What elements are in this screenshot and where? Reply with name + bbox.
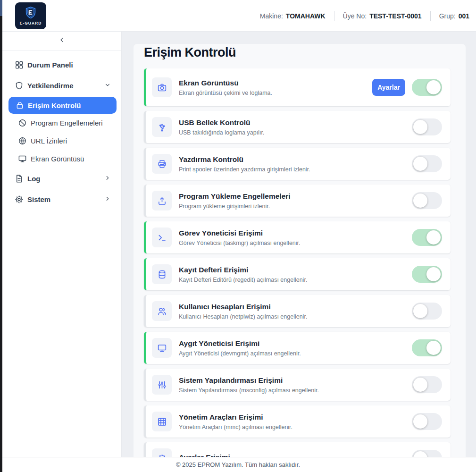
feature-card-yazdirma: Yazdırma Kontrolü Print spooler üzerinde… <box>144 148 451 180</box>
sidebar-item-yetkilendirme[interactable]: Yetkilendirme <box>2 76 121 94</box>
toggle-knob <box>413 378 427 392</box>
feature-card-kullanici-hesaplari: Kullanıcı Hesapları Erişimi Kullanıcı He… <box>144 295 451 327</box>
settings-button[interactable]: Ayarlar <box>372 79 405 96</box>
card-description: Görev Yöneticisi (taskmgr) açılması enge… <box>179 240 301 246</box>
toggle-switch[interactable] <box>412 413 442 430</box>
feature-card-kayit-defteri: Kayıt Defteri Erişimi Kayıt Defteri Edit… <box>144 258 451 290</box>
file-icon <box>15 174 24 183</box>
sidebar-item-durum-paneli[interactable]: Durum Paneli <box>2 56 121 74</box>
toggle-switch[interactable] <box>412 229 442 246</box>
sidebar-item-program-engellemeleri[interactable]: Program Engellemeleri <box>2 114 121 132</box>
card-title: Program Yükleme Engellemeleri <box>179 192 291 201</box>
toggle-switch[interactable] <box>412 118 442 135</box>
sidebar: Durum Paneli Yetkilendirme Erişim Kontro… <box>2 32 122 457</box>
group-label: Grup: <box>439 12 456 20</box>
toggle-switch[interactable] <box>412 266 442 283</box>
copyright-text: © 2025 EPROM Yazılım. Tüm hakları saklıd… <box>176 461 300 468</box>
sidebar-item-ekran-goruntusu[interactable]: Ekran Görüntüsü <box>2 150 121 168</box>
database-icon <box>152 264 172 284</box>
sidebar-item-erisim-kontrolu[interactable]: Erişim Kontrolü <box>8 97 117 114</box>
grid-icon <box>152 412 172 431</box>
card-title: Kullanıcı Hesapları Erişimi <box>179 303 307 311</box>
feature-card-program-yukleme: Program Yükleme Engellemeleri Program yü… <box>144 185 451 217</box>
top-header: E-GUARD Makine: TOMAHAWK Üye No: TEST-TE… <box>2 0 476 32</box>
sidebar-item-label: Program Engellemeleri <box>31 119 103 127</box>
card-title: Sistem Yapılandırması Erişimi <box>179 376 319 385</box>
page-title: Erişim Kontrolü <box>144 45 466 60</box>
chevron-left-icon <box>58 36 66 45</box>
feature-card-gorev-yoneticisi: Görev Yöneticisi Erişimi Görev Yöneticis… <box>144 221 451 253</box>
card-description: Print spooler üzerinden yazdırma girişim… <box>179 166 310 173</box>
sidebar-item-label: Erişim Kontrolü <box>28 101 81 110</box>
sidebar-item-sistem[interactable]: Sistem <box>2 190 121 208</box>
toggle-knob <box>413 304 427 318</box>
card-description: Ekran görüntüsü çekimi ve loglama. <box>179 90 272 96</box>
sidebar-item-label: Yetkilendirme <box>27 82 74 90</box>
card-title: USB Bellek Kontrolü <box>179 118 264 127</box>
sliders-icon <box>152 375 172 395</box>
card-description: Kullanıcı Hesapları (netplwiz) açılması … <box>179 313 307 320</box>
users-icon <box>152 301 172 321</box>
sidebar-collapse-button[interactable] <box>2 32 121 51</box>
toggle-knob <box>413 194 427 208</box>
chevron-right-icon <box>104 175 111 183</box>
toggle-switch[interactable] <box>412 339 442 356</box>
content-panel: Erişim Kontrolü Ekran Görüntüsü Ekran gö… <box>134 44 466 457</box>
shield-logo-icon <box>25 6 37 20</box>
feature-card-ekran-goruntusu: Ekran Görüntüsü Ekran görüntüsü çekimi v… <box>144 68 451 106</box>
camera-icon <box>152 77 172 97</box>
monitor-icon <box>152 338 172 358</box>
toggle-knob <box>413 451 427 457</box>
shield-icon <box>15 81 24 90</box>
divider <box>430 11 431 21</box>
feature-card-yonetim-araclari: Yönetim Araçları Erişimi Yönetim Araçlar… <box>144 405 451 438</box>
toggle-knob <box>413 414 427 429</box>
footer: © 2025 EPROM Yazılım. Tüm hakları saklıd… <box>0 457 476 472</box>
card-title: Yazdırma Kontrolü <box>179 155 310 164</box>
app-logo: E-GUARD <box>15 2 46 29</box>
divider <box>334 11 334 21</box>
card-title: Ekran Görüntüsü <box>179 79 272 87</box>
feature-card-usb-bellek: USB Bellek Kontrolü USB takıldığında log… <box>144 111 451 143</box>
toggle-knob <box>426 341 441 355</box>
toggle-switch[interactable] <box>412 155 442 172</box>
dashboard-icon <box>15 60 24 69</box>
toggle-switch[interactable] <box>412 376 442 393</box>
lock-icon <box>16 101 24 110</box>
toggle-knob <box>426 230 441 244</box>
sidebar-item-label: Durum Paneli <box>27 61 73 69</box>
toggle-knob <box>426 80 441 94</box>
gear-icon <box>152 448 172 457</box>
sidebar-item-log[interactable]: Log <box>2 169 121 187</box>
monitor-icon <box>18 154 27 163</box>
toggle-switch[interactable] <box>412 79 442 96</box>
toggle-switch[interactable] <box>412 303 442 320</box>
card-title: Görev Yöneticisi Erişimi <box>179 229 301 237</box>
logo-wordmark: E-GUARD <box>20 21 42 25</box>
printer-icon <box>152 154 172 174</box>
feature-card-ayarlar-erisimi: Ayarlar Erişimi <box>144 442 451 457</box>
group-value: 001 <box>459 12 469 20</box>
card-title: Aygıt Yöneticisi Erişimi <box>179 339 301 348</box>
ban-icon <box>18 118 27 127</box>
globe-icon <box>18 136 27 145</box>
toggle-knob <box>426 267 441 281</box>
gear-icon <box>15 195 24 204</box>
member-no-value: TEST-TEST-0001 <box>369 12 421 20</box>
toggle-switch[interactable] <box>412 450 442 457</box>
card-title: Yönetim Araçları Erişimi <box>179 413 292 421</box>
card-description: Yönetim Araçları (mmc) açılması engellen… <box>179 424 292 430</box>
sidebar-item-label: Log <box>27 175 41 183</box>
feature-card-sistem-yapilandirmasi: Sistem Yapılandırması Erişimi Sistem Yap… <box>144 369 451 401</box>
toggle-switch[interactable] <box>412 192 442 209</box>
card-description: Program yükleme girişimleri izlenir. <box>179 203 291 210</box>
toggle-knob <box>413 157 427 171</box>
machine-label: Makine: <box>260 12 283 20</box>
sidebar-item-url-izinleri[interactable]: URL İzinleri <box>2 132 121 150</box>
usb-icon <box>152 117 172 137</box>
feature-card-aygit-yoneticisi: Aygıt Yöneticisi Erişimi Aygıt Yöneticis… <box>144 332 451 364</box>
terminal-icon <box>152 228 172 247</box>
main-area: Erişim Kontrolü Ekran Görüntüsü Ekran gö… <box>122 32 476 457</box>
toggle-knob <box>413 120 427 134</box>
sidebar-item-label: URL İzinleri <box>31 137 67 145</box>
